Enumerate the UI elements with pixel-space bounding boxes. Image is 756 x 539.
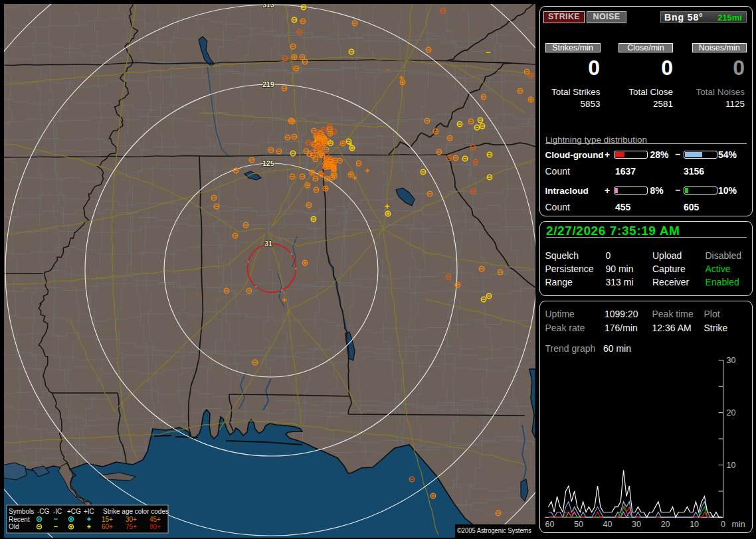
svg-text:-CG: -CG [37, 508, 50, 515]
svg-text:+CG: +CG [67, 508, 81, 515]
svg-text:60+: 60+ [102, 523, 113, 530]
svg-text:15+: 15+ [102, 516, 113, 523]
svg-text:+IC: +IC [84, 508, 94, 515]
svg-text:31: 31 [264, 240, 272, 248]
svg-text:313: 313 [262, 4, 274, 9]
svg-text:-IC: -IC [53, 508, 62, 515]
svg-text:Strike age color codes: Strike age color codes [103, 508, 169, 515]
svg-text:Old: Old [9, 523, 19, 530]
svg-text:125: 125 [262, 159, 274, 167]
svg-text:Recent: Recent [9, 516, 30, 523]
svg-text:90+: 90+ [149, 523, 161, 530]
svg-text:75+: 75+ [126, 523, 137, 530]
svg-text:Symbols: Symbols [9, 508, 34, 515]
svg-text:45+: 45+ [149, 516, 161, 523]
svg-text:219: 219 [262, 80, 274, 88]
svg-text:©2005 Astrogenic Systems: ©2005 Astrogenic Systems [457, 527, 531, 534]
svg-text:30+: 30+ [126, 516, 137, 523]
